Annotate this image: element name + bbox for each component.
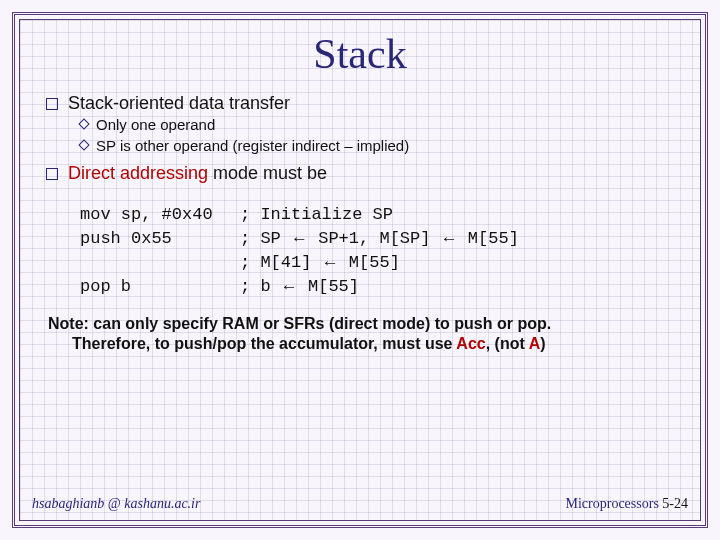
slide-title: Stack xyxy=(40,30,680,78)
code-comment-part: ; b xyxy=(240,275,281,299)
square-bullet-icon xyxy=(46,98,58,110)
slide-frame-inner: Stack Stack-oriented data transfer Only … xyxy=(19,19,701,521)
code-line-1: mov sp, #0x40; Initialize SP xyxy=(80,203,680,227)
left-arrow-icon: ← xyxy=(441,227,458,251)
code-comment-part: M[55] xyxy=(458,227,519,251)
diamond-bullet-icon xyxy=(78,139,89,150)
code-line-2: push 0x55; SP ← SP+1, M[SP] ← M[55] xyxy=(80,227,680,251)
left-arrow-icon: ← xyxy=(291,227,308,251)
bullet-1-text: Stack-oriented data transfer xyxy=(68,93,290,113)
footer-page: Microprocessors 5-24 xyxy=(566,496,688,512)
note-end: ) xyxy=(540,335,545,352)
bullet-2-highlight: Direct addressing xyxy=(68,163,208,183)
code-comment-part: M[55] xyxy=(298,275,359,299)
note-text: Note: can only specify RAM or SFRs (dire… xyxy=(48,314,672,354)
bullet-2: Direct addressing mode must be xyxy=(46,162,680,185)
note-line-1: Note: can only specify RAM or SFRs (dire… xyxy=(48,315,551,332)
note-acc: Acc xyxy=(456,335,485,352)
code-instr xyxy=(80,251,240,275)
left-arrow-icon: ← xyxy=(281,275,298,299)
code-block: mov sp, #0x40; Initialize SP push 0x55; … xyxy=(80,203,680,298)
code-instr: pop b xyxy=(80,275,240,299)
square-bullet-icon xyxy=(46,168,58,180)
code-comment-part: SP+1, M[SP] xyxy=(308,227,441,251)
bullet-1: Stack-oriented data transfer xyxy=(46,92,680,115)
code-comment: ; Initialize SP xyxy=(240,203,393,227)
bullet-1-sub-2: SP is other operand (register indirect –… xyxy=(80,136,680,156)
note-a: A xyxy=(529,335,541,352)
left-arrow-icon: ← xyxy=(322,251,339,275)
note-line-2a: Therefore, to push/pop the accumulator, … xyxy=(72,335,456,352)
footer-author: hsabaghianb @ kashanu.ac.ir xyxy=(32,496,200,512)
slide-frame-outer: Stack Stack-oriented data transfer Only … xyxy=(12,12,708,528)
footer-course-label: Microprocessors xyxy=(566,496,663,511)
code-instr: mov sp, #0x40 xyxy=(80,203,240,227)
note-mid: , (not xyxy=(486,335,529,352)
code-line-3: ; M[41] ← M[55] xyxy=(80,251,680,275)
code-comment-part: M[55] xyxy=(339,251,400,275)
code-comment-part: ; SP xyxy=(240,227,291,251)
bullet-1-sub-2-text: SP is other operand (register indirect –… xyxy=(96,137,409,154)
footer-page-number: 5-24 xyxy=(662,496,688,511)
bullet-1-sub-1: Only one operand xyxy=(80,115,680,135)
code-instr: push 0x55 xyxy=(80,227,240,251)
diamond-bullet-icon xyxy=(78,119,89,130)
code-line-4: pop b; b ← M[55] xyxy=(80,275,680,299)
bullet-1-sub-1-text: Only one operand xyxy=(96,116,215,133)
code-comment-part: ; M[41] xyxy=(240,251,322,275)
bullet-2-suffix: mode must be xyxy=(208,163,327,183)
